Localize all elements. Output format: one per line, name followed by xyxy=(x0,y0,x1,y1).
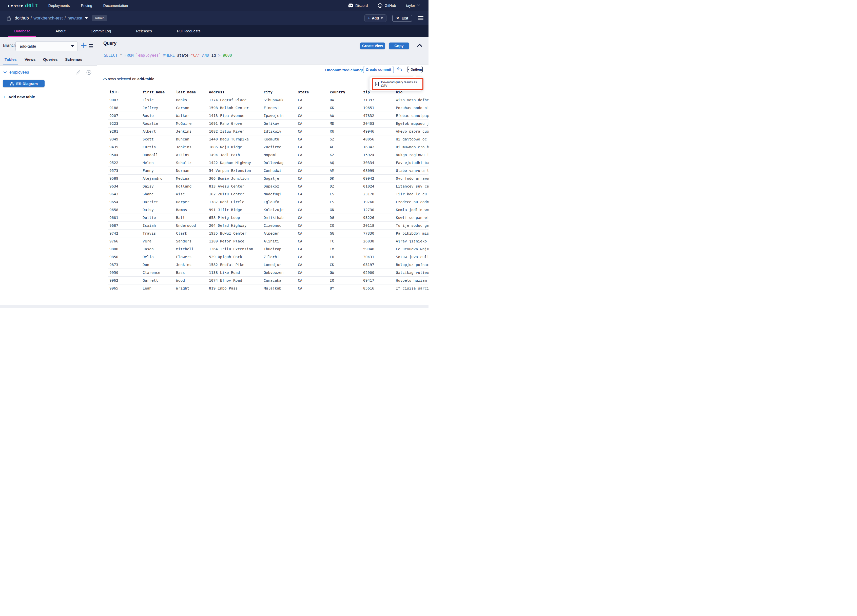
table-cell[interactable]: Gogalje xyxy=(262,176,296,181)
table-cell[interactable]: Carson xyxy=(174,106,207,110)
table-cell[interactable]: 9573 xyxy=(108,168,141,173)
create-view-button[interactable]: Create View xyxy=(360,43,385,49)
copy-button[interactable]: Copy xyxy=(389,43,409,49)
table-cell[interactable]: LS xyxy=(328,192,361,196)
sidebar-tab-queries[interactable]: Queries xyxy=(43,57,58,65)
table-cell[interactable]: 9766 xyxy=(108,239,141,243)
table-cell[interactable]: 9643 xyxy=(108,192,141,196)
table-cell[interactable]: CA xyxy=(296,255,328,259)
table-cell[interactable]: SZ xyxy=(328,137,361,141)
table-cell[interactable]: 9207 xyxy=(108,114,141,118)
table-cell[interactable]: CA xyxy=(296,263,328,267)
table-cell[interactable]: Pa pikibdoj mip xyxy=(394,231,428,235)
table-cell[interactable]: 529 Opiguh Park xyxy=(207,255,262,259)
table-cell[interactable]: Alihiti xyxy=(262,239,296,243)
table-cell[interactable]: Clarence xyxy=(141,270,174,275)
table-cell[interactable]: 26838 xyxy=(361,239,394,243)
table-cell[interactable]: Vera xyxy=(141,239,174,243)
table-cell[interactable]: Medina xyxy=(174,176,207,181)
table-cell[interactable]: 9850 xyxy=(108,255,141,259)
topnav-link-deployments[interactable]: Deployments xyxy=(48,3,70,8)
edit-pencil-icon[interactable] xyxy=(76,70,81,75)
table-cell[interactable]: 19651 xyxy=(361,106,394,110)
table-cell[interactable]: 1074 Efnov Road xyxy=(207,278,262,283)
table-cell[interactable]: Ibudirap xyxy=(262,247,296,251)
table-cell[interactable]: Ovu fodo arrawat xyxy=(394,176,428,181)
tab-releases[interactable]: Releases xyxy=(130,25,158,37)
table-cell[interactable]: Egefok mupawu ja xyxy=(394,122,428,125)
breadcrumb-repo[interactable]: workbench-test xyxy=(34,16,63,21)
table-cell[interactable]: 9800 xyxy=(108,247,141,251)
table-cell[interactable]: Shane xyxy=(141,192,174,196)
table-cell[interactable]: Rosie xyxy=(141,114,174,118)
table-cell[interactable]: Jeffrey xyxy=(141,106,174,110)
table-cell[interactable]: IO xyxy=(328,224,361,227)
table-cell[interactable]: 9658 xyxy=(108,208,141,212)
table-cell[interactable]: Ce ucvuova waja xyxy=(394,247,428,251)
options-button[interactable]: Options xyxy=(407,66,423,73)
download-csv-menu-item[interactable]: Download query results as CSV xyxy=(370,77,422,91)
table-cell[interactable]: 09942 xyxy=(361,176,394,181)
table-cell[interactable]: MD xyxy=(328,122,361,125)
table-cell[interactable]: Gatcikag vuliwut xyxy=(394,270,428,275)
table-cell[interactable]: CA xyxy=(296,200,328,204)
table-cell[interactable]: 9681 xyxy=(108,216,141,220)
exit-button[interactable]: ✕ Exit xyxy=(392,15,412,22)
table-cell[interactable]: KZ xyxy=(328,153,361,157)
play-circle-icon[interactable] xyxy=(87,70,91,75)
table-cell[interactable]: Fav ejutudhi bav xyxy=(394,161,428,165)
table-cell[interactable]: Travis xyxy=(141,231,174,235)
breadcrumb-owner[interactable]: dolthub xyxy=(15,16,29,21)
table-cell[interactable]: Mitchell xyxy=(174,247,207,251)
table-cell[interactable]: Jenkins xyxy=(174,129,207,133)
table-cell[interactable]: Harper xyxy=(174,200,207,204)
table-cell[interactable]: DK xyxy=(328,176,361,181)
table-cell[interactable]: Alpeger xyxy=(262,231,296,235)
table-cell[interactable]: 9950 xyxy=(108,270,141,275)
table-cell[interactable]: GW xyxy=(328,270,361,275)
table-cell[interactable]: Kuwli se pan wih xyxy=(394,216,428,220)
collapse-chevron-up-icon[interactable] xyxy=(417,43,422,47)
table-cell[interactable]: 9504 xyxy=(108,153,141,157)
table-cell[interactable]: Sanders xyxy=(174,239,207,243)
table-cell[interactable]: XK xyxy=(328,106,361,110)
table-cell[interactable]: TM xyxy=(328,247,361,251)
table-cell[interactable]: AC xyxy=(328,145,361,149)
table-cell[interactable]: Sibupawuk xyxy=(262,98,296,102)
table-cell[interactable]: Fanny xyxy=(141,168,174,173)
table-cell[interactable]: Schultz xyxy=(174,161,207,165)
table-cell[interactable]: CA xyxy=(296,114,328,118)
table-cell[interactable]: AQ xyxy=(328,161,361,165)
database-dropdown-icon[interactable] xyxy=(85,17,88,19)
table-cell[interactable]: RU xyxy=(328,129,361,133)
table-cell[interactable]: 819 Inbo Pass xyxy=(207,286,262,290)
table-cell[interactable]: 1598 Rolkoh Center xyxy=(207,106,262,110)
table-cell[interactable]: Harriet xyxy=(141,200,174,204)
table-cell[interactable]: 23170 xyxy=(361,192,394,196)
table-cell[interactable]: 59948 xyxy=(361,247,394,251)
github-link[interactable]: GitHub xyxy=(378,3,396,8)
table-cell[interactable]: 9687 xyxy=(108,224,141,227)
table-cell[interactable]: Cumacaka xyxy=(262,278,296,283)
table-cell[interactable]: McGuire xyxy=(174,122,207,125)
column-header-city[interactable]: city xyxy=(262,90,296,94)
table-cell[interactable]: 02900 xyxy=(361,270,394,275)
table-cell[interactable]: 19760 xyxy=(361,200,394,204)
table-cell[interactable]: 47832 xyxy=(361,114,394,118)
add-button[interactable]: + Add xyxy=(364,14,387,22)
column-header-state[interactable]: state xyxy=(296,90,328,94)
table-cell[interactable]: BW xyxy=(328,98,361,102)
table-cell[interactable]: CA xyxy=(296,247,328,251)
table-cell[interactable]: 71397 xyxy=(361,98,394,102)
chevron-down-icon[interactable] xyxy=(3,71,7,74)
table-cell[interactable]: 9654 xyxy=(108,200,141,204)
table-cell[interactable]: 9007 xyxy=(108,98,141,102)
table-cell[interactable]: CA xyxy=(296,192,328,196)
table-cell[interactable]: 9349 xyxy=(108,137,141,141)
table-cell[interactable]: IO xyxy=(328,278,361,283)
table-cell[interactable]: 306 Bomiw Junction xyxy=(207,176,262,181)
table-cell[interactable]: Huvoetu huziam z xyxy=(394,278,428,283)
create-commit-button[interactable]: Create commit xyxy=(363,66,394,73)
column-header-id[interactable]: id xyxy=(108,90,141,94)
table-cell[interactable]: Eglaufo xyxy=(262,200,296,204)
